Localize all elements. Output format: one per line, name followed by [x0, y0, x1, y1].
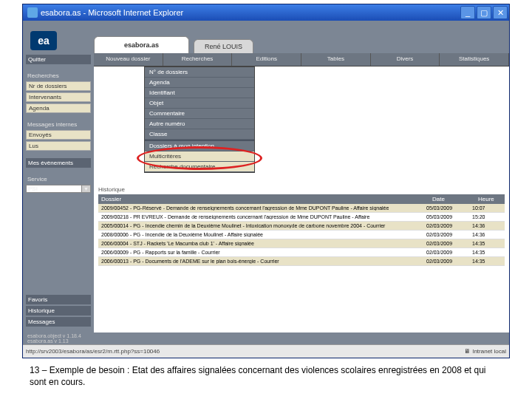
- sidebar-historique[interactable]: Historique: [26, 306, 91, 316]
- dd-ndossiers[interactable]: N° de dossiers: [145, 67, 254, 78]
- sidebar-quit[interactable]: Quitter: [26, 55, 91, 64]
- sidebar-item-agenda[interactable]: Agenda: [26, 103, 91, 113]
- col-heure: Heure: [475, 194, 505, 204]
- minimize-button[interactable]: _: [460, 6, 475, 19]
- close-button[interactable]: ✕: [493, 6, 508, 19]
- maximize-button[interactable]: ▢: [477, 6, 491, 19]
- dd-autrenum[interactable]: Autre numéro: [145, 119, 254, 129]
- globe-icon: 🖥: [464, 348, 470, 355]
- sidebar: Quitter Recherches Nr de dossiers Interv…: [23, 53, 94, 332]
- status-zone: 🖥 Intranet local: [464, 348, 506, 355]
- dd-recherchedoc[interactable]: Recherche documentaire: [145, 162, 254, 172]
- dd-multicriteres[interactable]: Multicritères: [145, 151, 254, 162]
- dd-classe[interactable]: Classe: [145, 129, 254, 140]
- sidebar-favoris[interactable]: Favoris: [26, 295, 91, 304]
- col-dossier: Dossier: [98, 194, 429, 204]
- sidebar-section-events: Mes évènements: [26, 158, 91, 168]
- sidebar-section-messages: Messages internes: [26, 120, 91, 129]
- table-row[interactable]: 2008/00006 - PG - Incendie de la Deuxièm…: [98, 231, 505, 239]
- tab-app[interactable]: esabora.as: [94, 36, 189, 53]
- logo: ea: [30, 31, 57, 50]
- col-date: Date: [429, 194, 475, 204]
- main-menu: Nouveau dossier Recherches Editions Tabl…: [94, 53, 509, 66]
- dd-objet[interactable]: Objet: [145, 98, 254, 109]
- version-info: esabora.object v 1.18.4esabora.as v 1.13: [23, 332, 509, 344]
- sidebar-item-lus[interactable]: Lus: [26, 141, 91, 151]
- window-title: esabora.as - Microsoft Internet Explorer: [41, 8, 460, 17]
- service-select-value: PSI: [26, 185, 82, 193]
- sidebar-item-intervenants[interactable]: Intervenants: [26, 92, 91, 102]
- menu-tables[interactable]: Tables: [301, 53, 371, 66]
- menu-statistiques[interactable]: Statistiques: [440, 53, 509, 66]
- table-row[interactable]: 2006/00013 - PG - Documents de l'ADEME s…: [98, 257, 505, 266]
- sidebar-item-envoyes[interactable]: Envoyés: [26, 130, 91, 140]
- status-bar: http://srv2003/esabora/as/esr2/m.rtt.php…: [23, 344, 509, 358]
- titlebar: esabora.as - Microsoft Internet Explorer…: [23, 4, 509, 21]
- sidebar-messages[interactable]: Messages: [26, 317, 91, 327]
- menu-divers[interactable]: Divers: [371, 53, 440, 66]
- menu-recherches[interactable]: Recherches: [163, 53, 233, 66]
- historique-header: Dossier Date Heure: [98, 194, 505, 204]
- ie-icon: [27, 7, 38, 18]
- sidebar-label-service: Service: [26, 175, 91, 183]
- recherches-dropdown: N° de dossiers Agenda Identifiant Objet …: [144, 66, 255, 173]
- dd-commentaire[interactable]: Commentaire: [145, 109, 254, 119]
- status-url: http://srv2003/esabora/as/esr2/m.rtt.php…: [26, 348, 464, 355]
- main-area: Nouveau dossier Recherches Editions Tabl…: [94, 53, 509, 332]
- menu-nouveau[interactable]: Nouveau dossier: [94, 53, 163, 66]
- table-row[interactable]: 2009/00218 - PR EVREUX - Demande de rens…: [98, 213, 505, 222]
- table-row[interactable]: 2006/00009 - PG - Rapports sur la famill…: [98, 248, 505, 257]
- table-row[interactable]: 2006/00004 - STJ - Rackets 'Le Macumba c…: [98, 239, 505, 248]
- sidebar-item-nrdossiers[interactable]: Nr de dossiers: [26, 81, 91, 91]
- tab-user[interactable]: René LOUIS: [194, 39, 253, 53]
- table-row[interactable]: 2005/00014 - PG - Incendie chemin de la …: [98, 222, 505, 231]
- service-select[interactable]: PSI ▼: [26, 185, 91, 193]
- historique-panel: Historique Dossier Date Heure 2009/00452…: [94, 183, 509, 332]
- dd-agenda[interactable]: Agenda: [145, 78, 254, 88]
- historique-title: Historique: [98, 186, 505, 193]
- browser-window: esabora.as - Microsoft Internet Explorer…: [22, 4, 510, 358]
- dd-monintention[interactable]: Dossiers à mon intention: [145, 140, 254, 151]
- chevron-down-icon: ▼: [82, 185, 91, 193]
- table-row[interactable]: 2009/00452 - PG-Réservé - Demande de ren…: [98, 204, 505, 213]
- dd-identifiant[interactable]: Identifiant: [145, 88, 254, 98]
- figure-caption: 13 – Exemple de besoin : Etat des affair…: [30, 364, 502, 388]
- menu-editions[interactable]: Editions: [232, 53, 301, 66]
- sidebar-section-recherches: Recherches: [26, 72, 91, 80]
